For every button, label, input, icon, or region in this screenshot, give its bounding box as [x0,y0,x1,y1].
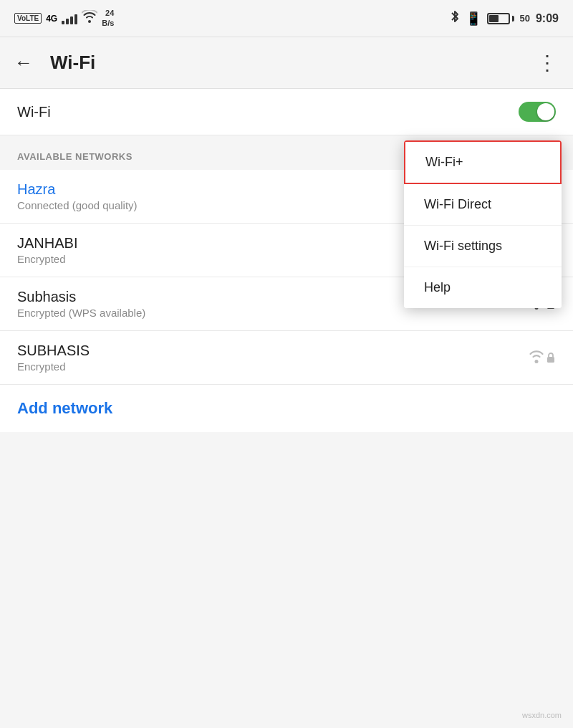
status-right: 📱 50 9:09 [450,9,559,27]
network-name-subhasis: Subhasis [17,289,145,305]
network-status-subhasis-caps: Encrypted [17,360,90,373]
network-info-subhasis-caps: SUBHASIS Encrypted [17,343,90,373]
network-info-subhasis: Subhasis Encrypted (WPS available) [17,289,145,319]
speed-indicator: 24B/s [102,9,114,27]
section-title: AVAILABLE NETWORKS [17,151,133,162]
header-left: ← Wi-Fi [14,52,95,74]
network-status-janhabi: Encrypted [17,253,77,265]
watermark: wsxdn.com [522,711,562,719]
battery-tip [512,16,514,21]
network-status-hazra: Connected (good quality) [17,199,138,211]
main-content: Wi-Fi AVAILABLE NETWORKS Hazra Connected… [0,89,573,432]
page-title: Wi-Fi [50,52,95,74]
back-button[interactable]: ← [14,52,33,74]
network-name-subhasis-caps: SUBHASIS [17,343,90,359]
wifi-toggle-label: Wi-Fi [17,104,51,120]
battery-percent: 50 [520,13,530,24]
signal-bars [62,13,77,24]
network-info-hazra: Hazra Connected (good quality) [17,181,138,211]
wifi-toggle-switch[interactable] [519,102,556,122]
network-name-janhabi: JANHABI [17,235,77,252]
wifi-lock-icon-subhasis-caps [527,350,556,365]
network-info-janhabi: JANHABI Encrypted [17,235,77,265]
dropdown-item-wifiplus[interactable]: Wi-Fi+ [404,140,562,184]
nfc-icon: 📱 [466,11,481,27]
network-status-subhasis: Encrypted (WPS available) [17,307,145,319]
time-display: 9:09 [536,12,559,25]
header: ← Wi-Fi ⋮ [0,37,573,89]
volte-badge: VoLTE [14,13,42,24]
dropdown-menu: Wi-Fi+ Wi-Fi Direct Wi-Fi settings Help [404,140,562,308]
dropdown-item-help[interactable]: Help [404,267,562,308]
battery-fill [489,15,499,22]
dropdown-item-wifidirect[interactable]: Wi-Fi Direct [404,184,562,226]
dropdown-item-wifisettings[interactable]: Wi-Fi settings [404,226,562,267]
more-options-button[interactable]: ⋮ [537,53,559,73]
svg-rect-1 [547,357,554,363]
network-name-hazra: Hazra [17,181,138,198]
network-item-subhasis-caps[interactable]: SUBHASIS Encrypted [0,331,573,385]
battery-container [487,13,514,24]
bluetooth-icon [450,9,460,27]
battery-box [487,13,510,24]
status-bar: VoLTE 4G 24B/s 📱 [0,0,573,37]
signal-4g: 4G [46,14,57,24]
toggle-knob [537,103,554,120]
wifi-status-icon [82,10,97,27]
wifi-toggle-row: Wi-Fi [0,89,573,135]
status-left: VoLTE 4G 24B/s [14,9,114,27]
add-network-button[interactable]: Add network [17,399,112,417]
add-network-row[interactable]: Add network [0,385,573,432]
